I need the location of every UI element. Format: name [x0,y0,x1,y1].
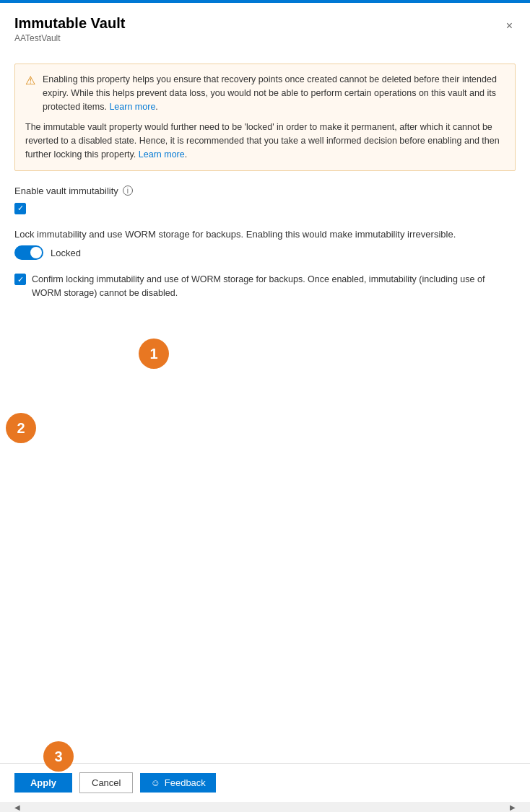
panel: Immutable Vault AATestVault × ⚠ Enabling… [0,3,530,812]
close-button[interactable]: × [503,17,516,35]
bottom-scrollbar[interactable]: ◀ ▶ [0,802,530,812]
toggle-row: Locked [14,245,516,260]
confirm-checkbox[interactable]: ✓ [14,274,26,285]
toggle-thumb [30,247,42,258]
confirm-section: ✓ Confirm locking immutability and use o… [14,273,516,300]
toggle-track [14,245,43,260]
warning-row-1: ⚠ Enabling this property helps you ensur… [25,73,505,113]
scroll-left-arrow[interactable]: ◀ [14,803,20,811]
feedback-icon: ☺ [150,777,160,788]
panel-footer: Apply Cancel ☺ Feedback [0,763,530,802]
warning-row-2: The immutable vault property would furth… [25,121,505,161]
enable-section: Enable vault immutability i ✓ [14,185,516,214]
confirm-text: Confirm locking immutability and use of … [32,273,516,300]
warning-icon: ⚠ [25,74,35,87]
enable-checkbox-wrapper[interactable]: ✓ [14,202,516,214]
warning-text-2: The immutable vault property would furth… [25,121,505,161]
confirm-check-mark: ✓ [17,276,24,284]
annotation-2: 2 [6,413,36,443]
annotation-3: 3 [43,741,74,772]
learn-more-link-2[interactable]: Learn more [139,149,185,160]
annotation-1: 1 [139,339,169,369]
feedback-label: Feedback [165,777,206,788]
feedback-button[interactable]: ☺ Feedback [140,773,215,793]
enable-info-icon[interactable]: i [123,185,133,196]
panel-header: Immutable Vault AATestVault × [0,3,530,52]
panel-title-group: Immutable Vault AATestVault [14,14,125,43]
lock-section: Lock immutability and use WORM storage f… [14,227,516,261]
warning-text-1: Enabling this property helps you ensure … [43,73,505,113]
learn-more-link-1[interactable]: Learn more [109,102,155,112]
toggle-label: Locked [51,248,81,258]
lock-toggle[interactable] [14,245,43,260]
warning-box: ⚠ Enabling this property helps you ensur… [14,64,516,171]
lock-description: Lock immutability and use WORM storage f… [14,227,516,242]
panel-title: Immutable Vault [14,14,125,32]
check-mark: ✓ [17,204,24,212]
panel-subtitle: AATestVault [14,33,125,43]
enable-section-label: Enable vault immutability i [14,185,516,196]
panel-body: ⚠ Enabling this property helps you ensur… [0,52,530,763]
scroll-right-arrow[interactable]: ▶ [510,803,516,811]
enable-checkbox[interactable]: ✓ [14,203,26,214]
cancel-button[interactable]: Cancel [79,772,133,793]
apply-button[interactable]: Apply [14,773,72,793]
